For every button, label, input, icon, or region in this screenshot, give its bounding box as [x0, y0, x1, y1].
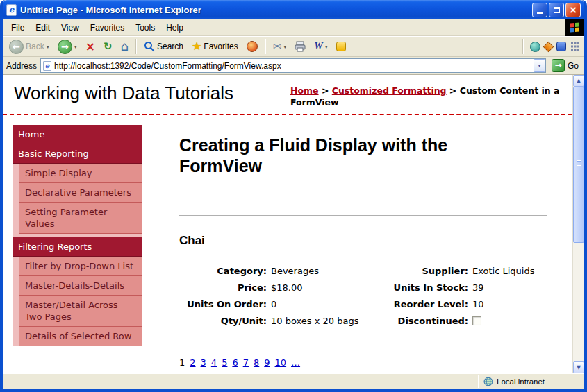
menu-edit[interactable]: Edit	[30, 21, 56, 35]
menu-bar: FileEditViewFavoritesToolsHelp	[3, 19, 584, 36]
stop-button[interactable]: ×	[82, 39, 99, 55]
sidebar-item-filter-by-drop-down-list[interactable]: Filter by Drop-Down List	[19, 257, 142, 276]
minimize-icon	[537, 12, 543, 14]
pager-link-9[interactable]: 9	[264, 357, 270, 368]
media-button[interactable]	[243, 39, 261, 54]
page-header: Working with Data Tutorials Home > Custo…	[3, 75, 572, 115]
pager-link-2[interactable]: 2	[190, 357, 195, 368]
go-button[interactable]: → Go	[549, 59, 581, 72]
sidebar-item-details-of-selected-row[interactable]: Details of Selected Row	[19, 327, 142, 346]
scroll-up-button[interactable]: ▲	[573, 75, 584, 87]
print-button[interactable]	[291, 39, 309, 54]
pager-link-5[interactable]: 5	[222, 357, 227, 368]
pager-link-4[interactable]: 4	[211, 357, 217, 368]
site-title: Working with Data Tutorials	[14, 82, 233, 108]
field-value-reorder-level: 10	[472, 296, 547, 313]
search-button[interactable]: Search	[140, 39, 187, 54]
vertical-scrollbar[interactable]: ▲ ▼	[572, 75, 584, 373]
close-button[interactable]: ×	[565, 3, 581, 17]
pager-link-[interactable]: …	[291, 357, 300, 368]
toolbar-addons	[520, 39, 581, 54]
favorites-label: Favorites	[204, 42, 238, 51]
address-bar: Address e http://localhost:1392/Code/Cus…	[3, 57, 584, 75]
toolbar-separator	[265, 39, 266, 54]
scrollbar-track[interactable]	[573, 87, 584, 361]
back-button[interactable]: ← Back ▾	[6, 37, 53, 56]
breadcrumb-customized-formatting[interactable]: Customized Formatting	[332, 85, 447, 96]
window-controls: ×	[532, 3, 581, 17]
field-label-discontinued: Discontinued:	[381, 313, 468, 330]
window-title: Untitled Page - Microsoft Internet Explo…	[20, 5, 529, 15]
orange-diamond-icon[interactable]	[543, 41, 554, 52]
address-dropdown-button[interactable]: ▾	[534, 59, 545, 72]
scrollbar-thumb[interactable]	[573, 87, 584, 243]
sidebar-item-master-detail-across-two-pages[interactable]: Master/Detail Across Two Pages	[19, 296, 142, 327]
media-icon	[247, 41, 258, 52]
sidebar-item-setting-parameter-values[interactable]: Setting Parameter Values	[19, 203, 142, 234]
sidebar-item-master-details-details[interactable]: Master-Details-Details	[19, 276, 142, 296]
menu-file[interactable]: File	[6, 21, 30, 35]
messenger-button[interactable]	[333, 40, 349, 53]
menu-favorites[interactable]: Favorites	[85, 21, 130, 35]
sidebar-item-declarative-parameters[interactable]: Declarative Parameters	[19, 183, 142, 203]
favorites-button[interactable]: ★ Favorites	[188, 39, 242, 54]
search-label: Search	[157, 42, 183, 51]
maximize-button[interactable]	[549, 3, 564, 17]
forward-dropdown-icon[interactable]: ▾	[74, 44, 77, 50]
sidebar-item-filtering-reports[interactable]: Filtering Reports	[13, 237, 142, 257]
sidebar-menu: HomeBasic ReportingSimple DisplayDeclara…	[13, 125, 142, 346]
sidebar-item-simple-display[interactable]: Simple Display	[19, 164, 142, 183]
product-name: Chai	[179, 234, 547, 248]
sidebar-item-home[interactable]: Home	[13, 125, 142, 144]
pager-link-10[interactable]: 10	[275, 357, 287, 368]
dots-grid-icon[interactable]	[570, 42, 580, 51]
breadcrumb: Home > Customized Formatting > Custom Co…	[290, 82, 561, 108]
menu-tools[interactable]: Tools	[130, 21, 160, 35]
menu-help[interactable]: Help	[160, 21, 189, 35]
refresh-icon: ↻	[104, 41, 113, 53]
title-bar[interactable]: e Untitled Page - Microsoft Internet Exp…	[3, 0, 584, 19]
pager-link-8[interactable]: 8	[254, 357, 259, 368]
security-zone-label: Local intranet	[497, 377, 545, 386]
mail-button[interactable]: ✉ ▾	[270, 40, 290, 54]
discontinued-checkbox[interactable]	[472, 316, 481, 325]
field-value-qty-unit: 10 boxes x 20 bags	[271, 313, 377, 330]
pager-link-7[interactable]: 7	[243, 357, 249, 368]
forward-button[interactable]: → ▾	[54, 37, 81, 56]
minimize-button[interactable]	[532, 3, 547, 17]
mail-icon: ✉	[273, 42, 282, 52]
field-value-category: Beverages	[271, 263, 377, 280]
sidebar-item-basic-reporting[interactable]: Basic Reporting	[13, 144, 142, 164]
refresh-button[interactable]: ↻	[100, 39, 116, 55]
field-value-discontinued	[472, 313, 547, 330]
home-icon: ⌂	[121, 40, 129, 53]
pager: 12345678910…	[179, 357, 547, 368]
address-input[interactable]: e http://localhost:1392/Code/CustomForma…	[40, 58, 546, 73]
print-icon	[295, 41, 306, 52]
blue-badge-icon[interactable]	[556, 42, 566, 51]
menu-bar-items: FileEditViewFavoritesToolsHelp	[6, 21, 189, 35]
ie-page-icon: e	[6, 4, 17, 16]
edit-button[interactable]: W ▾	[311, 39, 331, 54]
back-dropdown-icon[interactable]: ▾	[47, 44, 49, 50]
page-title: Creating a Fluid Display with the FormVi…	[179, 135, 527, 176]
browser-window: e Untitled Page - Microsoft Internet Exp…	[0, 0, 587, 392]
pager-link-6[interactable]: 6	[232, 357, 238, 368]
menu-view[interactable]: View	[56, 21, 85, 35]
home-button[interactable]: ⌂	[117, 38, 132, 55]
mail-dropdown-icon[interactable]: ▾	[283, 44, 286, 50]
address-page-icon: e	[43, 61, 51, 71]
page-viewport: Working with Data Tutorials Home > Custo…	[3, 75, 572, 373]
globe-orb-icon[interactable]	[530, 42, 540, 52]
edit-dropdown-icon[interactable]: ▾	[325, 44, 328, 50]
breadcrumb-home[interactable]: Home	[290, 85, 319, 96]
scroll-down-button[interactable]: ▼	[573, 361, 584, 373]
status-bar: Local intranet	[3, 373, 584, 389]
security-zone-panel: Local intranet	[479, 375, 581, 388]
back-label: Back	[26, 42, 44, 51]
pager-link-3[interactable]: 3	[201, 357, 206, 368]
address-label: Address	[6, 61, 37, 71]
toolbar-separator	[135, 39, 137, 54]
field-label-price: Price:	[179, 280, 267, 296]
field-label-units-in-stock: Units In Stock:	[381, 280, 468, 296]
